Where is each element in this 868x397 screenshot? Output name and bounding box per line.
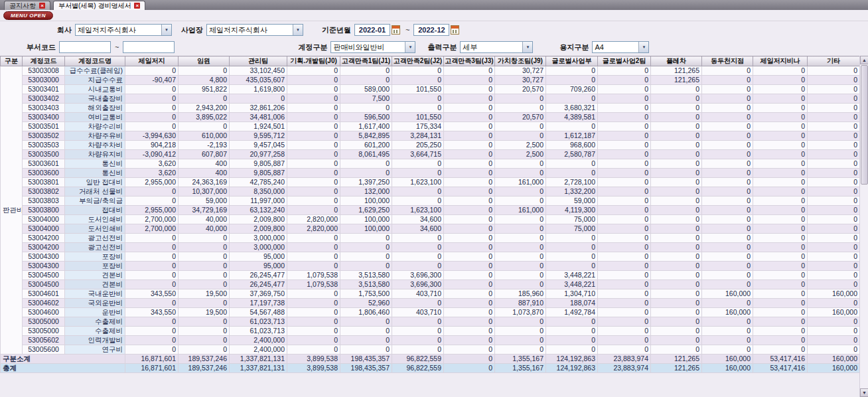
scroll-down-button[interactable]: ▼ xyxy=(860,388,868,397)
table-row[interactable]: 53004500견본비0026,245,4771,079,5383,513,58… xyxy=(1,271,860,280)
output-type-select[interactable]: 세부 ▼ xyxy=(460,41,533,53)
table-row[interactable]: 53003800접대비2,955,00034,729,16963,132,240… xyxy=(1,206,860,215)
amount-cell: 0 xyxy=(287,252,340,262)
menu-open-button[interactable]: MENU OPEN xyxy=(3,11,53,20)
table-row[interactable]: 53005000수출제비0061,023,71300000000000 xyxy=(1,317,860,327)
amount-cell: 3,448,221 xyxy=(546,271,598,280)
amount-cell: 0 xyxy=(444,271,495,280)
amount-cell: 0 xyxy=(702,113,753,122)
column-header[interactable]: 계정코드명 xyxy=(65,56,125,66)
table-row[interactable]: 53004602국외운반비0017,197,738052,96000887,91… xyxy=(1,299,860,308)
table-row[interactable]: 53004601국내운반비343,55019,50037,369,75001,7… xyxy=(1,289,860,299)
table-row[interactable]: 53003402국내출장비00007,500000000000 xyxy=(1,94,860,104)
table-row[interactable]: 53004000도서인쇄비2,700,00040,0002,009,8002,8… xyxy=(1,224,860,234)
table-row[interactable]: 53003000지급수수료-90,4074,800435,035,6070000… xyxy=(1,76,860,85)
table-row[interactable]: 53005000수출제비0061,023,71300000000000 xyxy=(1,327,860,336)
account-code-cell: 53004601 xyxy=(23,289,65,299)
column-header[interactable]: 구분 xyxy=(1,56,23,66)
chevron-down-icon[interactable]: ▼ xyxy=(161,25,171,35)
amount-cell: 0 xyxy=(808,159,860,169)
subtotal-row[interactable]: 구분소계16,871,601189,537,2461,337,821,1313,… xyxy=(1,355,860,364)
vertical-scrollbar[interactable]: ▲ ▼ xyxy=(859,56,868,397)
chevron-down-icon[interactable]: ▼ xyxy=(405,42,415,52)
amount-cell: 0 xyxy=(444,66,495,76)
tab-close-icon[interactable]: × xyxy=(134,3,140,9)
calendar-icon[interactable] xyxy=(451,25,459,35)
amount-cell: 0 xyxy=(753,113,808,122)
amount-cell: 0 xyxy=(546,252,598,262)
dept-code-to-input[interactable] xyxy=(123,41,175,53)
account-name-cell: 차량유지비 xyxy=(65,150,125,159)
tab-notice[interactable]: 공지사항 × xyxy=(4,1,50,10)
column-header[interactable]: 가치창조팀(J9) xyxy=(495,56,546,66)
amount-cell: 0 xyxy=(444,122,495,131)
amount-cell: 0 xyxy=(340,317,392,327)
table-row[interactable]: 53003401시내교통비0951,8221,619,8000589,00010… xyxy=(1,85,860,94)
column-header[interactable]: 임원 xyxy=(179,56,230,66)
company-select[interactable]: 제일저지주식회사 ▼ xyxy=(75,24,172,36)
dept-code-from-input[interactable] xyxy=(59,41,111,53)
period-to-input[interactable] xyxy=(413,24,449,36)
column-header[interactable]: 관리팀 xyxy=(230,56,287,66)
amount-cell: 0 xyxy=(495,280,546,289)
table-row[interactable]: 53003802거래처 선물비010,307,0008,350,0000132,… xyxy=(1,187,860,197)
tab-expense-report[interactable]: 부서별(세목) 경비명세서 × xyxy=(53,1,145,10)
workplace-select[interactable]: 제일저지주식회사 ▼ xyxy=(206,24,303,36)
table-row[interactable]: 53005600연구비002,400,00000000000000 xyxy=(1,345,860,355)
table-row[interactable]: 53003403해외출장비02,943,20032,861,206000003,… xyxy=(1,104,860,113)
column-header[interactable]: 글로벌사업2팀 xyxy=(598,56,651,66)
amount-cell: 0 xyxy=(340,252,392,262)
column-header[interactable]: 동두천지점 xyxy=(702,56,753,66)
column-header[interactable]: 플레차 xyxy=(651,56,702,66)
calendar-icon[interactable] xyxy=(392,25,400,35)
table-row[interactable]: 판관비53003008급수수료(클레임)0033,102,450000030,7… xyxy=(1,66,860,76)
table-row[interactable]: 53005602인력개발비002,400,00000000000000 xyxy=(1,336,860,345)
table-row[interactable]: 53003400여비교통비03,895,02234,481,0060596,50… xyxy=(1,113,860,122)
column-header[interactable]: 제일저지비나 xyxy=(753,56,808,66)
paper-size-select[interactable]: A4 ▼ xyxy=(592,41,649,53)
table-row[interactable]: 53003601통신비3,6204009,805,88700000000000 xyxy=(1,159,860,169)
chevron-down-icon[interactable]: ▼ xyxy=(638,42,648,52)
column-header[interactable]: 고객만족2팀(J2) xyxy=(392,56,444,66)
column-header[interactable]: 계정코드 xyxy=(23,56,65,66)
table-row[interactable]: 53003502차량주유비-3,994,630610,0009,595,7120… xyxy=(1,131,860,141)
column-header[interactable]: 고객만족1팀(J1) xyxy=(340,56,392,66)
amount-cell: 124,192,863 xyxy=(546,364,598,373)
chevron-down-icon[interactable]: ▼ xyxy=(522,42,532,52)
table-row[interactable]: 53003501차량수리비001,924,50101,617,400175,33… xyxy=(1,122,860,131)
amount-cell: 121,265 xyxy=(651,66,702,76)
amount-cell: 0 xyxy=(651,252,702,262)
table-row[interactable]: 53003803부의금/축의금059,00011,997,0000100,000… xyxy=(1,197,860,206)
table-row[interactable]: 53004200광고선전비003,000,00000000000000 xyxy=(1,243,860,252)
scrollbar-thumb[interactable] xyxy=(861,65,868,185)
column-header[interactable]: 기획.개발팀(J0) xyxy=(287,56,340,66)
table-row[interactable]: 53004300포장비0095,00000000000000 xyxy=(1,252,860,262)
column-header[interactable]: 글로벌사업부 xyxy=(546,56,598,66)
table-row[interactable]: 53003503차량주차비904,218-2,1939,457,0450601,… xyxy=(1,141,860,150)
table-row[interactable]: 53004000도서인쇄비2,700,00040,0002,009,8002,8… xyxy=(1,215,860,224)
table-row[interactable]: 53004300포장비0095,00000000000000 xyxy=(1,262,860,271)
total-row[interactable]: 총계16,871,601189,537,2461,337,821,1313,89… xyxy=(1,364,860,373)
table-row[interactable]: 53004600운반비343,55019,50054,567,48801,806… xyxy=(1,308,860,317)
account-type-select[interactable]: 판매비와일반비 ▼ xyxy=(330,41,415,53)
table-row[interactable]: 53003600통신비3,6204009,805,88700000000000 xyxy=(1,169,860,178)
account-name-cell: 국외운반비 xyxy=(65,299,125,308)
tab-close-icon[interactable]: × xyxy=(39,3,45,9)
amount-cell: 0 xyxy=(546,336,598,345)
column-header[interactable]: 기타 xyxy=(808,56,860,66)
period-from-input[interactable] xyxy=(354,24,390,36)
scroll-up-button[interactable]: ▲ xyxy=(860,56,868,64)
column-header[interactable]: 제일저지 xyxy=(125,56,179,66)
column-header[interactable]: 고객만족3팀(J3) xyxy=(444,56,495,66)
amount-cell: 0 xyxy=(702,85,753,94)
account-name-cell: 인력개발비 xyxy=(65,336,125,345)
table-row[interactable]: 53004200광고선전비003,000,00000000000000 xyxy=(1,234,860,243)
amount-cell: 0 xyxy=(598,113,651,122)
table-row[interactable]: 53003500차량유지비-3,090,412607,80720,977,258… xyxy=(1,150,860,159)
amount-cell: 26,245,477 xyxy=(230,271,287,280)
amount-cell: 9,805,887 xyxy=(230,159,287,169)
chevron-down-icon[interactable]: ▼ xyxy=(293,25,303,35)
account-code-cell: 53004200 xyxy=(23,243,65,252)
table-row[interactable]: 53003801일반 접대비2,955,00024,363,16942,785,… xyxy=(1,178,860,187)
table-row[interactable]: 53004500견본비0026,245,4771,079,5383,513,58… xyxy=(1,280,860,289)
